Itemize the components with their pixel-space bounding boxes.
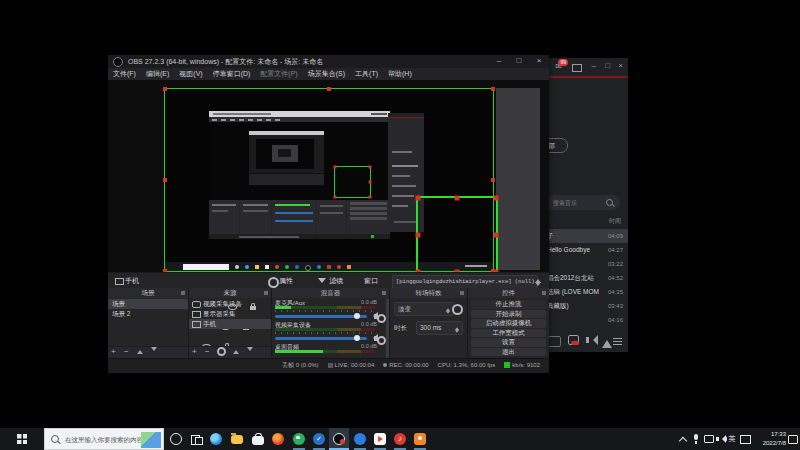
song-row[interactable]: Hello Goodbye 04:27: [538, 243, 628, 257]
taskbar-icon-task-view[interactable]: [186, 428, 206, 450]
music-minimize-button[interactable]: –: [592, 58, 596, 74]
selection-handle[interactable]: [455, 196, 460, 201]
music-search-input[interactable]: 搜索音乐: [546, 195, 620, 210]
dock-options-icon[interactable]: [542, 291, 546, 295]
taskbar-icon-obs[interactable]: [329, 428, 349, 450]
tray-touch-keyboard-icon[interactable]: [738, 428, 752, 450]
search-highlight-thumbnail[interactable]: [141, 432, 161, 448]
controls-header[interactable]: 控件: [468, 288, 549, 298]
taskbar-icon-browser-red[interactable]: [268, 428, 288, 450]
song-row[interactable]: 子 04:09: [538, 229, 628, 243]
settings-button[interactable]: 设置: [471, 338, 546, 347]
exit-button[interactable]: 退出: [471, 348, 546, 357]
taskbar-icon-video-app[interactable]: [370, 428, 390, 450]
source-selection-box[interactable]: [416, 196, 498, 272]
window-capture-select[interactable]: [pingguolqingduzhishiairplayer.exe] (nul…: [392, 275, 538, 289]
sources-header[interactable]: 来源: [189, 288, 271, 298]
scene-item[interactable]: 场景: [108, 299, 188, 309]
selection-handle[interactable]: [416, 270, 421, 273]
source-properties-button[interactable]: [217, 347, 226, 356]
menu-file[interactable]: 文件(F): [108, 68, 141, 80]
song-row[interactable]: 选辑 (LOVE MOME... 04:35: [538, 285, 628, 299]
volume-slider[interactable]: [275, 315, 367, 318]
menu-help[interactable]: 帮助(H): [383, 68, 417, 80]
source-item[interactable]: 手机: [189, 319, 271, 329]
taskbar-icon-music-app[interactable]: ♪: [390, 428, 410, 450]
selection-handle[interactable]: [416, 233, 421, 238]
scene-down-button[interactable]: [151, 347, 157, 354]
preview-canvas[interactable]: [164, 88, 494, 272]
obs-titlebar[interactable]: OBS 27.2.3 (64-bit, windows) - 配置文件: 未命名…: [108, 55, 549, 68]
music-close-button[interactable]: ×: [618, 58, 623, 74]
menu-scene-collection[interactable]: 场景集合(S): [303, 68, 350, 80]
selection-handle[interactable]: [455, 270, 460, 273]
selection-handle[interactable]: [416, 196, 421, 201]
dock-options-icon[interactable]: [460, 291, 464, 295]
obs-close-button[interactable]: ×: [531, 55, 547, 67]
add-scene-button[interactable]: +: [108, 347, 119, 357]
song-row[interactable]: 03:22: [538, 257, 628, 271]
selection-handle[interactable]: [494, 233, 499, 238]
mixer-header[interactable]: 混音器: [272, 288, 389, 298]
start-virtual-camera-button[interactable]: 启动虚拟摄像机: [471, 319, 546, 328]
selection-handle[interactable]: [163, 178, 167, 182]
transition-gear-icon[interactable]: [452, 304, 463, 315]
taskbar-icon-wechat[interactable]: [289, 428, 309, 450]
menu-tools[interactable]: 工具(T): [350, 68, 383, 80]
obs-minimize-button[interactable]: –: [491, 55, 507, 67]
tray-ime-indicator[interactable]: 英: [726, 428, 738, 450]
menu-docks[interactable]: 停靠窗口(D): [208, 68, 256, 80]
mixer-scrollbar[interactable]: [386, 299, 389, 358]
source-item[interactable]: 显示器采集: [189, 309, 271, 319]
obs-preview-area[interactable]: [108, 80, 549, 272]
taskbar-icon-app-blue[interactable]: [350, 428, 370, 450]
scene-up-button[interactable]: [137, 347, 143, 354]
song-row[interactable]: 04:16: [538, 313, 628, 327]
duration-spinbox[interactable]: 300 ms: [416, 321, 463, 335]
start-recording-button[interactable]: 开始录制: [471, 310, 546, 319]
taskbar-icon-store[interactable]: [248, 428, 268, 450]
song-row[interactable]: 典藏版) 03:43: [538, 299, 628, 313]
selection-handle[interactable]: [491, 178, 495, 182]
song-row[interactable]: 唱会2012台北站 04:52: [538, 271, 628, 285]
tray-clock[interactable]: 17:33 2022/7/8: [752, 430, 786, 448]
tray-volume-icon[interactable]: [714, 428, 726, 450]
properties-button[interactable]: 属性: [279, 273, 293, 288]
source-item[interactable]: 视频采集设备: [189, 299, 271, 309]
taskbar-icon-netdisk[interactable]: ✓: [309, 428, 329, 450]
playlist-icon[interactable]: [613, 336, 622, 345]
stop-streaming-button[interactable]: 停止推流: [471, 300, 546, 309]
mini-player-icon[interactable]: [572, 64, 582, 72]
taskbar-icon-file-explorer[interactable]: [227, 428, 247, 450]
volume-slider[interactable]: [275, 337, 367, 340]
remove-source-button[interactable]: −: [202, 347, 213, 357]
remove-scene-button[interactable]: −: [121, 347, 132, 357]
selection-handle[interactable]: [327, 87, 331, 91]
scenes-header[interactable]: 场景: [108, 288, 188, 298]
selection-handle[interactable]: [494, 196, 499, 201]
taskbar-search-input[interactable]: 在这里输入你要搜索的内容: [44, 428, 164, 450]
lyrics-icon[interactable]: [602, 335, 612, 348]
obs-maximize-button[interactable]: □: [511, 55, 527, 67]
filters-button[interactable]: 滤镜: [329, 273, 343, 288]
menu-view[interactable]: 视图(V): [174, 68, 207, 80]
selection-handle[interactable]: [163, 87, 167, 91]
selection-handle[interactable]: [163, 269, 167, 272]
menu-edit[interactable]: 编辑(E): [141, 68, 174, 80]
tray-microphone-icon[interactable]: [690, 428, 702, 450]
dock-options-icon[interactable]: [181, 291, 185, 295]
add-source-button[interactable]: +: [189, 347, 200, 357]
scene-item[interactable]: 场景 2: [108, 309, 188, 319]
dock-options-icon[interactable]: [264, 291, 268, 295]
taskbar-icon-edge[interactable]: [206, 428, 226, 450]
tray-chat-icon[interactable]: [702, 428, 714, 450]
selection-handle[interactable]: [494, 270, 499, 273]
taskbar-icon-cortana[interactable]: [166, 428, 186, 450]
studio-mode-button[interactable]: 工作室模式: [471, 329, 546, 338]
taskbar-icon-meeting-app[interactable]: [410, 428, 430, 450]
transitions-header[interactable]: 转场特效: [390, 288, 467, 298]
menu-profile[interactable]: 配置文件(P): [255, 68, 302, 80]
action-center-icon[interactable]: [786, 428, 800, 450]
tray-chevron-up-icon[interactable]: [676, 428, 690, 450]
selection-handle[interactable]: [491, 87, 495, 91]
